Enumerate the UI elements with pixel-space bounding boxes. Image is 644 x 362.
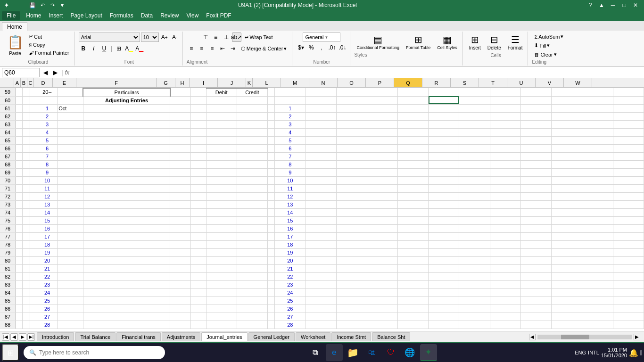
cell-U63[interactable]: [552, 120, 582, 128]
cell-S73[interactable]: [490, 200, 520, 208]
cell-W61[interactable]: [613, 104, 644, 112]
cell-O67[interactable]: [367, 152, 397, 160]
cell-S70[interactable]: [490, 176, 520, 184]
sheet-tab-worksheet[interactable]: Worksheet: [296, 332, 330, 341]
cell-J85[interactable]: [237, 296, 267, 304]
cell-K65[interactable]: [267, 136, 274, 144]
cell-P81[interactable]: [398, 264, 429, 272]
cell-F72[interactable]: [83, 192, 170, 200]
cell-N77[interactable]: [336, 232, 367, 240]
cell-R59[interactable]: [459, 88, 490, 96]
cell-U61[interactable]: [552, 104, 582, 112]
cell-H77[interactable]: [190, 232, 206, 240]
row-header-84[interactable]: 84: [0, 288, 16, 296]
row-header-60[interactable]: 60: [0, 96, 16, 104]
help-button[interactable]: ?: [586, 1, 595, 9]
cell-E76[interactable]: [58, 224, 83, 232]
cell-R71[interactable]: [459, 184, 490, 192]
cell-Q72[interactable]: [429, 192, 459, 200]
cell-U79[interactable]: [552, 248, 582, 256]
cell-N70[interactable]: [336, 176, 367, 184]
chrome-app[interactable]: 🌐: [401, 344, 418, 361]
cell-L69[interactable]: 9: [275, 168, 305, 176]
cell-K87[interactable]: [267, 313, 274, 321]
cell-A81[interactable]: [16, 264, 23, 272]
cell-G59[interactable]: [170, 88, 190, 96]
col-header-N[interactable]: N: [309, 78, 338, 87]
cell-G71[interactable]: [170, 184, 190, 192]
excel-taskbar-app[interactable]: ✦: [420, 344, 437, 361]
cell-R67[interactable]: [459, 152, 490, 160]
cell-M70[interactable]: [305, 176, 336, 184]
cell-T67[interactable]: [520, 152, 551, 160]
cell-T85[interactable]: [520, 296, 551, 304]
cell-D83[interactable]: 23: [37, 280, 57, 288]
cell-F78[interactable]: [83, 240, 170, 248]
cell-R62[interactable]: [459, 112, 490, 120]
cell-N60[interactable]: [336, 96, 367, 104]
cell-A64[interactable]: [16, 128, 23, 136]
cell-A74[interactable]: [16, 208, 23, 216]
cell-S60[interactable]: [490, 96, 520, 104]
cell-K73[interactable]: [267, 200, 274, 208]
cell-B70[interactable]: [23, 176, 30, 184]
cell-V74[interactable]: [582, 208, 613, 216]
menu-file[interactable]: File: [2, 11, 20, 20]
paste-button[interactable]: 📋 Paste: [5, 33, 25, 58]
row-header-62[interactable]: 62: [0, 112, 16, 120]
cell-V85[interactable]: [582, 296, 613, 304]
cell-T80[interactable]: [520, 256, 551, 264]
cell-G78[interactable]: [170, 240, 190, 248]
bold-button[interactable]: B: [79, 44, 88, 53]
orientation-button[interactable]: ab↗: [232, 33, 241, 42]
cell-L77[interactable]: 17: [275, 232, 305, 240]
cell-M88[interactable]: [305, 321, 336, 329]
cell-S83[interactable]: [490, 280, 520, 288]
borders-button[interactable]: ⊞: [114, 44, 124, 53]
cell-E86[interactable]: [58, 304, 83, 313]
cell-W74[interactable]: [613, 208, 644, 216]
cell-T70[interactable]: [520, 176, 551, 184]
cell-D61[interactable]: 1: [37, 104, 57, 112]
cell-A59[interactable]: [16, 88, 23, 96]
cell-S65[interactable]: [490, 136, 520, 144]
cell-K81[interactable]: [267, 264, 274, 272]
row-header-59[interactable]: 59: [0, 88, 16, 96]
cell-O86[interactable]: [367, 304, 397, 313]
cell-Q82[interactable]: [429, 272, 459, 280]
cell-F66[interactable]: [83, 144, 170, 152]
cell-P62[interactable]: [398, 112, 429, 120]
cell-A87[interactable]: [16, 313, 23, 321]
cell-P66[interactable]: [398, 144, 429, 152]
cell-V60[interactable]: [582, 96, 613, 104]
cell-L74[interactable]: 14: [275, 208, 305, 216]
row-header-88[interactable]: 88: [0, 321, 16, 329]
cell-B80[interactable]: [23, 256, 30, 264]
cell-C60[interactable]: [30, 96, 37, 104]
col-header-I[interactable]: I: [190, 78, 218, 87]
menu-formulas[interactable]: Formulas: [106, 11, 137, 20]
cell-F64[interactable]: [83, 128, 170, 136]
cell-E87[interactable]: [58, 313, 83, 321]
cell-R87[interactable]: [459, 313, 490, 321]
cell-F79[interactable]: [83, 248, 170, 256]
cell-C72[interactable]: [30, 192, 37, 200]
cell-W60[interactable]: [613, 96, 644, 104]
cell-I70[interactable]: [206, 176, 237, 184]
cell-T73[interactable]: [520, 200, 551, 208]
cell-D72[interactable]: 12: [37, 192, 57, 200]
cell-S82[interactable]: [490, 272, 520, 280]
cell-M59[interactable]: [305, 88, 336, 96]
cell-H64[interactable]: [190, 128, 206, 136]
tab-nav-first-button[interactable]: |◀: [2, 333, 9, 341]
cell-F83[interactable]: [83, 280, 170, 288]
col-header-L[interactable]: L: [253, 78, 281, 87]
cell-P84[interactable]: [398, 288, 429, 296]
cell-L78[interactable]: 18: [275, 240, 305, 248]
cell-E80[interactable]: [58, 256, 83, 264]
cell-L84[interactable]: 24: [275, 288, 305, 296]
cell-Q74[interactable]: [429, 208, 459, 216]
cell-M81[interactable]: [305, 264, 336, 272]
cell-P82[interactable]: [398, 272, 429, 280]
cell-Q70[interactable]: [429, 176, 459, 184]
